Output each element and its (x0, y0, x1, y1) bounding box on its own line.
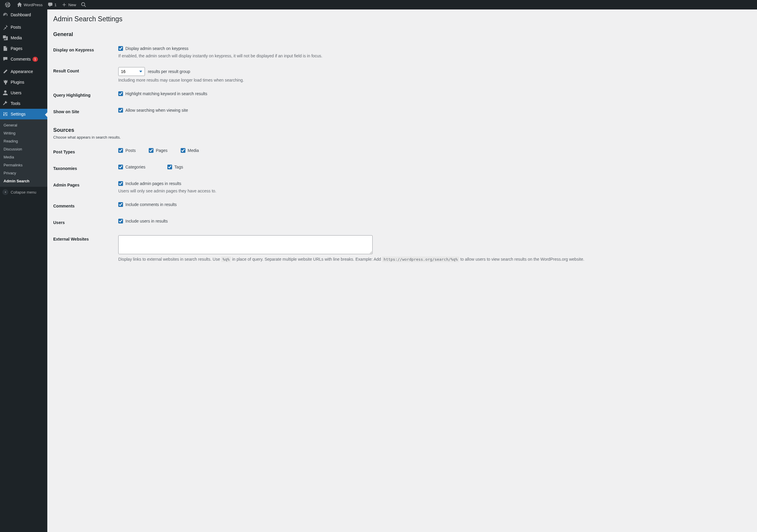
home-icon (16, 2, 22, 8)
checkbox-tax-tags[interactable]: Tags (167, 164, 183, 169)
brush-icon (2, 69, 8, 74)
wrench-icon (2, 101, 8, 106)
new-label: New (68, 3, 76, 7)
sidebar-item-label: Appearance (11, 69, 33, 74)
admin-sidebar: Dashboard Posts Media Pages Comments 1 A… (0, 10, 47, 278)
sidebar-item-label: Plugins (11, 80, 24, 84)
sidebar-item-tools[interactable]: Tools (0, 98, 47, 109)
sidebar-item-label: Users (11, 90, 21, 95)
submenu-general[interactable]: General (0, 121, 47, 129)
comment-badge: 1 (33, 57, 38, 62)
checkbox-display-on-keypress[interactable]: Display admin search on keypress (118, 46, 188, 51)
pin-icon (2, 24, 8, 30)
sidebar-item-label: Tools (11, 101, 20, 106)
page-title: Admin Search Settings (53, 13, 751, 24)
sidebar-item-label: Settings (11, 112, 26, 116)
row-label-post-types: Post Types (53, 144, 118, 160)
row-label-show-on-site: Show on Site (53, 103, 118, 120)
select-result-count[interactable]: 16 (118, 67, 145, 76)
plus-icon (61, 2, 67, 8)
sidebar-item-comments[interactable]: Comments 1 (0, 54, 47, 64)
checkbox-query-highlighting[interactable]: Highlight matching keyword in search res… (118, 91, 207, 96)
submenu-reading[interactable]: Reading (0, 137, 47, 145)
submenu-permalinks[interactable]: Permalinks (0, 161, 47, 169)
comment-icon (2, 56, 8, 62)
checkbox-tax-categories[interactable]: Categories (118, 164, 145, 169)
checkbox-label: Allow searching when viewing site (125, 108, 188, 113)
comments-count: 1 (54, 3, 56, 7)
sources-subtitle: Choose what appears in search results. (53, 135, 751, 139)
token-code: %q% (221, 256, 231, 262)
site-name-text: WordPress (24, 3, 43, 7)
checkbox-show-on-site[interactable]: Allow searching when viewing site (118, 108, 188, 113)
new-content-link[interactable]: New (59, 0, 78, 10)
sidebar-item-dashboard[interactable]: Dashboard (0, 10, 47, 20)
collapse-icon (2, 189, 8, 195)
sidebar-item-users[interactable]: Users (0, 87, 47, 98)
submenu-admin-search[interactable]: Admin Search (0, 177, 47, 185)
wp-logo[interactable] (2, 0, 14, 10)
row-label-query-highlighting: Query Highlighting (53, 87, 118, 103)
sidebar-item-pages[interactable]: Pages (0, 43, 47, 54)
section-heading-general: General (53, 31, 751, 38)
section-heading-sources: Sources (53, 127, 751, 133)
comments-link[interactable]: 1 (45, 0, 59, 10)
description: Including more results may cause longer … (118, 78, 748, 82)
row-label-external: External Websites (53, 231, 118, 266)
admin-search-toggle[interactable] (78, 0, 89, 10)
submenu-privacy[interactable]: Privacy (0, 169, 47, 177)
checkbox-query-highlighting-input[interactable] (118, 91, 123, 96)
checkbox-comments[interactable]: Include comments in results (118, 202, 177, 207)
checkbox-label: Highlight matching keyword in search res… (125, 91, 207, 96)
collapse-menu-button[interactable]: Collapse menu (0, 187, 47, 197)
sidebar-item-plugins[interactable]: Plugins (0, 77, 47, 87)
textarea-external-websites[interactable] (118, 235, 373, 254)
settings-page: Admin Search Settings General Display on… (47, 10, 757, 278)
row-label-display-on-keypress: Display on Keypress (53, 42, 118, 63)
checkbox-show-on-site-input[interactable] (118, 108, 123, 113)
sidebar-item-label: Comments (11, 57, 31, 62)
row-label-comments: Comments (53, 198, 118, 214)
row-label-users: Users (53, 214, 118, 231)
checkbox-users[interactable]: Include users in results (118, 219, 168, 223)
media-icon (2, 35, 8, 41)
submenu-media[interactable]: Media (0, 153, 47, 161)
checkbox-posttype-pages[interactable]: Pages (149, 148, 168, 153)
sidebar-item-posts[interactable]: Posts (0, 22, 47, 33)
checkbox-admin-pages[interactable]: Include admin pages in results (118, 181, 181, 186)
checkbox-posttype-posts[interactable]: Posts (118, 148, 136, 153)
result-count-suffix: results per result group (148, 69, 190, 74)
search-icon (81, 2, 87, 8)
checkbox-posttype-media[interactable]: Media (181, 148, 199, 153)
settings-submenu: General Writing Reading Discussion Media… (0, 119, 47, 187)
collapse-label: Collapse menu (11, 190, 36, 194)
sidebar-item-appearance[interactable]: Appearance (0, 66, 47, 77)
row-label-result-count: Result Count (53, 63, 118, 87)
example-code: https://wordpress.org/search/%q% (382, 256, 459, 262)
sidebar-item-label: Posts (11, 25, 21, 30)
comment-icon (47, 2, 53, 8)
submenu-discussion[interactable]: Discussion (0, 145, 47, 153)
dashboard-icon (2, 12, 8, 18)
sidebar-item-media[interactable]: Media (0, 33, 47, 43)
page-icon (2, 45, 8, 51)
sidebar-item-settings[interactable]: Settings (0, 109, 47, 119)
checkbox-display-on-keypress-input[interactable] (118, 46, 123, 51)
sidebar-item-label: Pages (11, 46, 22, 51)
description: Users will only see admin pages they hav… (118, 189, 748, 193)
description: If enabled, the admin search will displa… (118, 53, 748, 58)
wordpress-logo-icon (5, 2, 11, 8)
description-external: Display links to external websites in se… (118, 257, 748, 262)
admin-bar: WordPress 1 New (0, 0, 757, 10)
sidebar-item-label: Media (11, 36, 22, 40)
row-label-taxonomies: Taxonomies (53, 160, 118, 177)
row-label-admin-pages: Admin Pages (53, 177, 118, 198)
plug-icon (2, 79, 8, 85)
user-icon (2, 90, 8, 96)
checkbox-label: Display admin search on keypress (125, 46, 188, 51)
submenu-writing[interactable]: Writing (0, 129, 47, 137)
sliders-icon (2, 111, 8, 117)
site-name-link[interactable]: WordPress (14, 0, 45, 10)
sidebar-item-label: Dashboard (11, 13, 31, 17)
